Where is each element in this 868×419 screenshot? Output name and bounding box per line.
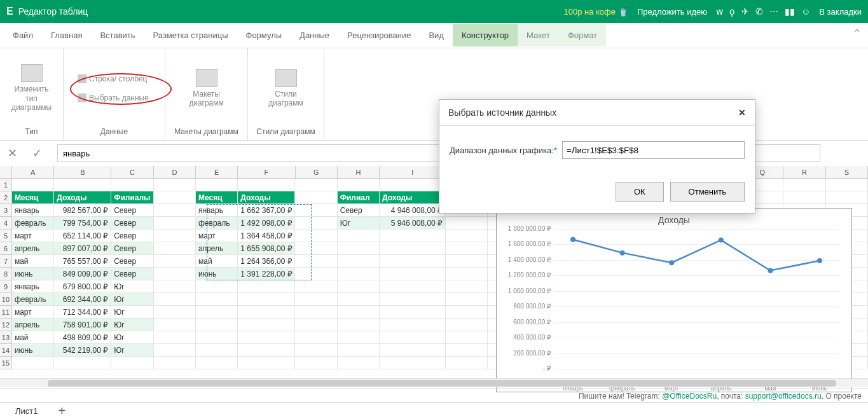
row-header[interactable]: 10 — [0, 293, 12, 306]
accept-formula-icon[interactable]: ✓ — [32, 146, 42, 160]
cell[interactable]: 982 567,00 ₽ — [54, 204, 111, 217]
cell[interactable] — [338, 293, 380, 306]
column-header[interactable]: F — [238, 166, 295, 178]
cell[interactable]: 498 809,00 ₽ — [54, 331, 111, 344]
cell[interactable] — [446, 331, 488, 344]
cell[interactable] — [783, 179, 825, 191]
cell[interactable]: 758 901,00 ₽ — [54, 319, 111, 331]
column-header[interactable]: D — [154, 166, 196, 178]
cell[interactable] — [446, 344, 488, 357]
cell[interactable] — [238, 319, 295, 331]
cell[interactable] — [196, 293, 238, 306]
cell[interactable]: май — [196, 255, 238, 268]
row-header[interactable]: 15 — [0, 357, 12, 369]
cell[interactable] — [338, 319, 380, 331]
tab-view[interactable]: Вид — [420, 24, 453, 46]
add-sheet-button[interactable]: + — [58, 404, 65, 418]
cell[interactable] — [238, 306, 295, 319]
cell[interactable] — [446, 255, 488, 268]
cell[interactable]: Юг — [111, 344, 153, 357]
cell[interactable] — [295, 255, 337, 268]
cell[interactable]: Север — [111, 230, 153, 242]
dialog-close-icon[interactable]: ✕ — [738, 107, 746, 118]
cell[interactable] — [826, 179, 868, 191]
cell[interactable]: Филиал — [338, 191, 380, 204]
cell[interactable] — [295, 319, 337, 331]
cell[interactable]: 4 946 008,00 ₽ — [380, 204, 446, 217]
cell[interactable]: Доходы — [54, 191, 111, 204]
cell[interactable] — [238, 357, 295, 369]
cell[interactable] — [295, 179, 337, 191]
cell[interactable] — [380, 293, 446, 306]
cell[interactable] — [295, 217, 337, 230]
cell[interactable] — [154, 217, 196, 230]
cell[interactable]: 1 655 908,00 ₽ — [238, 242, 295, 255]
cell[interactable] — [295, 293, 337, 306]
cell[interactable] — [446, 217, 488, 230]
cell[interactable]: 5 946 008,00 ₽ — [380, 217, 446, 230]
cell[interactable]: Север — [111, 255, 153, 268]
sheet-tab[interactable]: Лист1 — [6, 404, 46, 418]
cell[interactable] — [380, 319, 446, 331]
cell[interactable]: 799 754,00 ₽ — [54, 217, 111, 230]
cell[interactable] — [238, 280, 295, 293]
chart-range-input[interactable] — [562, 141, 745, 159]
cell[interactable] — [196, 280, 238, 293]
cell[interactable] — [446, 268, 488, 280]
ok-icon[interactable]: ǫ — [729, 6, 735, 17]
cell[interactable]: 897 007,00 ₽ — [54, 242, 111, 255]
user-icon[interactable]: ☺ — [801, 6, 810, 17]
cell[interactable]: Юг — [111, 306, 153, 319]
cell[interactable]: 652 114,00 ₽ — [54, 230, 111, 242]
cell[interactable] — [380, 268, 446, 280]
cell[interactable]: Север — [111, 204, 153, 217]
cell[interactable] — [196, 306, 238, 319]
cell[interactable] — [446, 319, 488, 331]
cell[interactable] — [295, 242, 337, 255]
cell[interactable]: 542 219,00 ₽ — [54, 344, 111, 357]
column-header[interactable]: A — [12, 166, 54, 178]
tab-layout[interactable]: Разметка страницы — [144, 24, 237, 46]
cell[interactable] — [154, 230, 196, 242]
cell[interactable]: апрель — [12, 242, 54, 255]
cell[interactable]: Север — [111, 242, 153, 255]
cell[interactable] — [154, 242, 196, 255]
cell[interactable]: июнь — [12, 344, 54, 357]
column-header[interactable]: H — [338, 166, 380, 178]
cell[interactable] — [826, 191, 868, 204]
cell[interactable] — [154, 319, 196, 331]
cell[interactable] — [196, 179, 238, 191]
tab-maket[interactable]: Макет — [518, 24, 559, 46]
cell[interactable]: Юг — [111, 293, 153, 306]
cell[interactable] — [380, 357, 446, 369]
cell[interactable] — [154, 293, 196, 306]
cell[interactable] — [295, 306, 337, 319]
row-header[interactable]: 1 — [0, 179, 12, 191]
whatsapp-icon[interactable]: ✆ — [755, 6, 763, 17]
cell[interactable] — [154, 344, 196, 357]
cell[interactable] — [154, 280, 196, 293]
book-icon[interactable]: ▮▮ — [785, 6, 795, 17]
cell[interactable]: март — [12, 306, 54, 319]
cell[interactable]: Доходы — [238, 191, 295, 204]
cell[interactable]: Юг — [111, 331, 153, 344]
cell[interactable] — [380, 344, 446, 357]
cell[interactable]: 1 492 098,00 ₽ — [238, 217, 295, 230]
cell[interactable]: февраль — [12, 217, 54, 230]
vk-icon[interactable]: ᴡ — [716, 6, 723, 17]
cell[interactable] — [338, 331, 380, 344]
cell[interactable] — [154, 179, 196, 191]
cell[interactable] — [295, 357, 337, 369]
bookmarks-link[interactable]: В закладки — [819, 7, 862, 17]
cell[interactable]: Филиалы — [111, 191, 153, 204]
cell[interactable] — [380, 255, 446, 268]
cell[interactable]: март — [12, 230, 54, 242]
horizontal-scrollbar[interactable] — [0, 378, 868, 387]
cancel-formula-icon[interactable]: ✕ — [8, 146, 17, 160]
cell[interactable] — [54, 357, 111, 369]
embedded-chart[interactable]: Доходы - ₽200 000,00 ₽400 000,00 ₽600 00… — [496, 208, 852, 392]
tab-data[interactable]: Данные — [291, 24, 338, 46]
cell[interactable] — [154, 331, 196, 344]
cell[interactable]: май — [12, 255, 54, 268]
cell[interactable] — [295, 268, 337, 280]
